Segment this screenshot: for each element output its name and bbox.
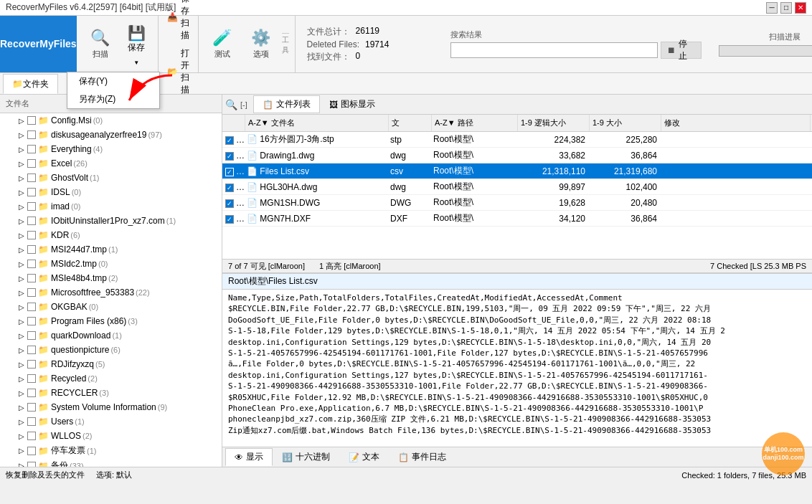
tree-item-excel[interactable]: ▷ 📁 Excel (26) xyxy=(0,156,222,171)
file-row-2[interactable]: ✓ 2 📄 Drawing1.dwg dwg Root\模型\ 33,682 3… xyxy=(222,148,812,163)
row4-checkbox[interactable]: ✓ xyxy=(225,184,234,192)
tree-item-recycled[interactable]: ▷ 📁 Recycled (2) xyxy=(0,371,222,386)
file-row-3[interactable]: ✓ 3 📄 Files List.csv csv Root\模型\ 21,318… xyxy=(222,163,812,179)
tree-item-system-volume[interactable]: ▷ 📁 System Volume Information (9) xyxy=(0,400,222,414)
options-button[interactable]: ⚙️ 选项 xyxy=(243,23,279,66)
col-path[interactable]: A-Z▼ 路径 xyxy=(432,115,518,131)
checkbox-okgbak[interactable] xyxy=(27,303,36,311)
expand-recycler[interactable]: ▷ xyxy=(16,387,27,399)
checkbox-users[interactable] xyxy=(27,417,36,426)
tree-item-program-files[interactable]: ▷ 📁 Program Files (x86) (3) xyxy=(0,314,222,328)
checkbox-parking[interactable] xyxy=(27,447,36,455)
expand-config-msi[interactable]: ▷ xyxy=(16,115,27,126)
tab-hex[interactable]: 🔢 十六进制 xyxy=(273,448,339,466)
checkbox-recycled[interactable] xyxy=(27,374,36,383)
tab-files[interactable]: 📁 文件夹 xyxy=(3,74,58,94)
checkbox-kdr[interactable] xyxy=(27,231,36,239)
open-scan-button[interactable]: 📂 打开扫描 xyxy=(164,46,192,98)
col-size[interactable]: 1-9 大小 xyxy=(590,115,661,131)
row5-checkbox[interactable]: ✓ xyxy=(225,199,234,208)
checkbox-diskusage[interactable] xyxy=(27,130,36,139)
expand-okgbak[interactable]: ▷ xyxy=(16,301,27,313)
checkbox-program-files[interactable] xyxy=(27,317,36,325)
tab-text[interactable]: 📝 文本 xyxy=(339,448,389,466)
checkbox-wllos[interactable] xyxy=(27,432,36,440)
row2-checkbox[interactable]: ✓ xyxy=(225,152,234,161)
scan-button[interactable]: 🔍 扫描 xyxy=(82,23,118,66)
checkbox-excel[interactable] xyxy=(27,159,36,168)
expand-rdj[interactable]: ▷ xyxy=(16,358,27,370)
minimize-button[interactable]: ─ xyxy=(766,2,778,14)
expand-backup[interactable]: ▷ xyxy=(16,460,27,467)
checkbox-config-msi[interactable] xyxy=(27,116,36,125)
expand-program-files[interactable]: ▷ xyxy=(16,315,27,327)
file-row-1[interactable]: ✓ 1 📄 16方外圆刀-3角.stp stp Root\模型\ 224,382… xyxy=(222,132,812,148)
checkbox-system-volume[interactable] xyxy=(27,403,36,412)
tab-icon-view[interactable]: 🖼 图标显示 xyxy=(320,95,384,113)
save-scan-button[interactable]: 📥 保存扫描 xyxy=(164,0,192,43)
checkbox-idsl[interactable] xyxy=(27,188,36,196)
expand-excel[interactable]: ▷ xyxy=(16,158,27,169)
expand-diskusage[interactable]: ▷ xyxy=(16,129,27,141)
expand-idsl[interactable]: ▷ xyxy=(16,186,27,198)
expand-question[interactable]: ▷ xyxy=(16,344,27,356)
stop-button[interactable]: ⏹ 停止 xyxy=(661,42,702,59)
tree-item-recycler[interactable]: ▷ 📁 RECYCLER (3) xyxy=(0,386,222,400)
expand-imad[interactable]: ▷ xyxy=(16,201,27,212)
tree-item-everything[interactable]: ▷ 📁 Everything (4) xyxy=(0,142,222,156)
file-row-5[interactable]: ✓ 5 📄 MGN1SH.DWG DWG Root\模型\ 19,628 20,… xyxy=(222,195,812,211)
tree-item-msie48b4[interactable]: ▷ 📁 MSIe48b4.tmp (2) xyxy=(0,271,222,285)
tree-item-config-msi[interactable]: ▷ 📁 Config.Msi (0) xyxy=(0,113,222,128)
tree-scroll-area[interactable]: ▷ 📁 Config.Msi (0) ▷ 📁 diskusageanalyzer… xyxy=(0,113,222,467)
checkbox-imad[interactable] xyxy=(27,202,36,211)
tree-item-imad[interactable]: ▷ 📁 imad (0) xyxy=(0,199,222,214)
tree-item-microsoft[interactable]: ▷ 📁 Microsoftfree_953383 (22) xyxy=(0,285,222,300)
checkbox-quark[interactable] xyxy=(27,331,36,340)
checkbox-msidc2[interactable] xyxy=(27,260,36,268)
tree-item-diskusage[interactable]: ▷ 📁 diskusageanalyzerfree19 (97) xyxy=(0,128,222,142)
row1-checkbox[interactable]: ✓ xyxy=(225,136,234,145)
tree-item-rdj[interactable]: ▷ 📁 RDJifzyxzq (5) xyxy=(0,357,222,371)
checkbox-rdj[interactable] xyxy=(27,360,36,369)
save-dropdown-arrow[interactable]: ▼ xyxy=(121,57,152,68)
checkbox-msie48b4[interactable] xyxy=(27,274,36,282)
expand-parking[interactable]: ▷ xyxy=(16,445,27,457)
checkbox-microsoft[interactable] xyxy=(27,288,36,297)
tree-item-backup[interactable]: ▷ 📁 备份 (33) xyxy=(0,458,222,467)
file-row-4[interactable]: ✓ 4 📄 HGL30HA.dwg dwg Root\模型\ 99,897 10… xyxy=(222,179,812,195)
tree-item-idsl[interactable]: ▷ 📁 IDSL (0) xyxy=(0,185,222,199)
tree-item-msidc2[interactable]: ▷ 📁 MSIdc2.tmp (0) xyxy=(0,257,222,271)
checkbox-iobit[interactable] xyxy=(27,217,36,225)
expand-users[interactable]: ▷ xyxy=(16,416,27,427)
file-row-6[interactable]: ✓ 6 📄 MGN7H.DXF DXF Root\模型\ 34,120 36,8… xyxy=(222,211,812,227)
expand-ghostvolt[interactable]: ▷ xyxy=(16,172,27,184)
col-filename[interactable]: A-Z▼ 文件名 xyxy=(245,115,389,131)
tree-item-parking[interactable]: ▷ 📁 停车发票 (1) xyxy=(0,443,222,458)
expand-msidc2[interactable]: ▷ xyxy=(16,258,27,270)
tab-event-log[interactable]: 📋 事件日志 xyxy=(389,448,455,466)
tab-file-list[interactable]: 📋 文件列表 xyxy=(253,95,320,113)
col-type[interactable]: 文 xyxy=(389,115,432,131)
col-modified[interactable]: 修改 xyxy=(661,115,811,131)
checkbox-recycler[interactable] xyxy=(27,389,36,397)
expand-system-volume[interactable]: ▷ xyxy=(16,401,27,413)
maximize-button[interactable]: □ xyxy=(780,2,792,14)
expand-kdr[interactable]: ▷ xyxy=(16,229,27,241)
tree-item-okgbak[interactable]: ▷ 📁 OKGBAK (0) xyxy=(0,300,222,314)
checkbox-everything[interactable] xyxy=(27,145,36,153)
file-list-body[interactable]: ✓ 1 📄 16方外圆刀-3角.stp stp Root\模型\ 224,382… xyxy=(222,132,812,259)
expand-msie48b4[interactable]: ▷ xyxy=(16,272,27,284)
expand-quark[interactable]: ▷ xyxy=(16,330,27,341)
expand-microsoft[interactable]: ▷ xyxy=(16,287,27,298)
expand-wllos[interactable]: ▷ xyxy=(16,430,27,442)
tree-item-msi244d7[interactable]: ▷ 📁 MSI244d7.tmp (1) xyxy=(0,242,222,257)
expand-msi244d7[interactable]: ▷ xyxy=(16,244,27,255)
tree-item-quark[interactable]: ▷ 📁 quarkDownload (1) xyxy=(0,328,222,343)
expand-recycled[interactable]: ▷ xyxy=(16,373,27,384)
tree-item-iobit[interactable]: ▷ 📁 IObitUninstaller1Pro_xz7.com (1) xyxy=(0,214,222,228)
tree-item-users[interactable]: ▷ 📁 Users (1) xyxy=(0,414,222,429)
test-button[interactable]: 🧪 测试 xyxy=(204,23,240,66)
checkbox-backup[interactable] xyxy=(27,462,36,467)
tree-item-wllos[interactable]: ▷ 📁 WLLOS (2) xyxy=(0,429,222,443)
save-as-item[interactable]: 另存为(Z) xyxy=(67,90,159,108)
